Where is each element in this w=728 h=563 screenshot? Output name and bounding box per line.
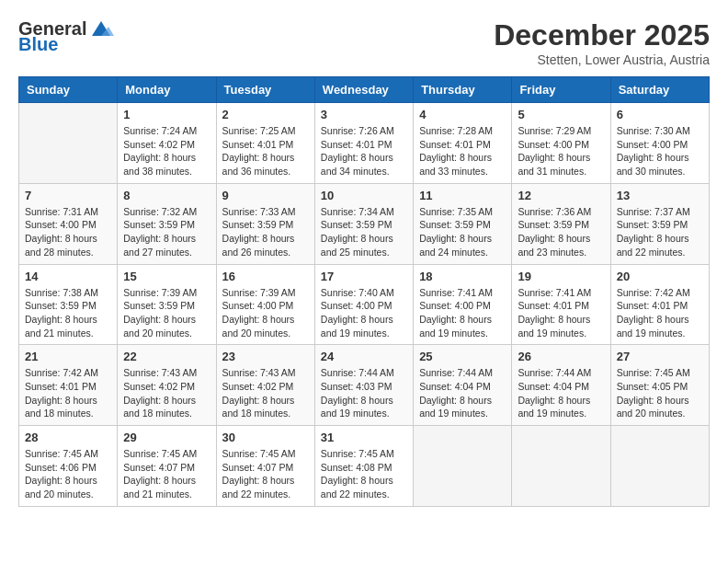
day-number: 18 (419, 270, 506, 283)
day-info: Sunrise: 7:42 AMSunset: 4:01 PMDaylight:… (617, 286, 703, 340)
day-info: Sunrise: 7:43 AMSunset: 4:02 PMDaylight:… (123, 366, 210, 420)
day-number: 28 (25, 431, 111, 444)
day-info: Sunrise: 7:24 AMSunset: 4:02 PMDaylight:… (123, 124, 210, 178)
day-number: 31 (321, 431, 407, 444)
logo-blue-text: Blue (18, 34, 58, 55)
day-info: Sunrise: 7:28 AMSunset: 4:01 PMDaylight:… (419, 124, 506, 178)
day-info: Sunrise: 7:37 AMSunset: 3:59 PMDaylight:… (617, 205, 703, 259)
calendar-cell: 5Sunrise: 7:29 AMSunset: 4:00 PMDaylight… (512, 103, 610, 184)
day-number: 3 (321, 108, 407, 121)
calendar-cell: 11Sunrise: 7:35 AMSunset: 3:59 PMDayligh… (414, 183, 512, 264)
location-title: Stetten, Lower Austria, Austria (494, 52, 710, 67)
calendar-day-header: Monday (118, 77, 216, 103)
calendar-week-row: 1Sunrise: 7:24 AMSunset: 4:02 PMDaylight… (19, 103, 710, 184)
day-info: Sunrise: 7:41 AMSunset: 4:00 PMDaylight:… (419, 286, 506, 340)
day-info: Sunrise: 7:45 AMSunset: 4:07 PMDaylight:… (123, 447, 210, 501)
day-number: 22 (123, 350, 210, 363)
calendar-header-row: SundayMondayTuesdayWednesdayThursdayFrid… (19, 77, 710, 103)
page-header: General Blue December 2025 Stetten, Lowe… (18, 18, 710, 67)
logo: General Blue (18, 18, 114, 55)
calendar-cell: 16Sunrise: 7:39 AMSunset: 4:00 PMDayligh… (216, 264, 314, 345)
calendar-cell (512, 426, 610, 507)
day-number: 12 (518, 189, 604, 202)
day-number: 8 (123, 189, 210, 202)
calendar-cell: 17Sunrise: 7:40 AMSunset: 4:00 PMDayligh… (314, 264, 413, 345)
day-number: 25 (419, 350, 506, 363)
day-info: Sunrise: 7:36 AMSunset: 3:59 PMDaylight:… (518, 205, 604, 259)
day-info: Sunrise: 7:33 AMSunset: 3:59 PMDaylight:… (222, 205, 309, 259)
day-number: 30 (222, 431, 309, 444)
day-info: Sunrise: 7:43 AMSunset: 4:02 PMDaylight:… (222, 366, 309, 420)
calendar-week-row: 28Sunrise: 7:45 AMSunset: 4:06 PMDayligh… (19, 426, 710, 507)
calendar-cell: 8Sunrise: 7:32 AMSunset: 3:59 PMDaylight… (118, 183, 216, 264)
calendar-cell: 14Sunrise: 7:38 AMSunset: 3:59 PMDayligh… (19, 264, 118, 345)
day-number: 15 (123, 270, 210, 283)
calendar-cell: 7Sunrise: 7:31 AMSunset: 4:00 PMDaylight… (19, 183, 118, 264)
day-info: Sunrise: 7:25 AMSunset: 4:01 PMDaylight:… (222, 124, 309, 178)
day-number: 11 (419, 189, 506, 202)
calendar-cell (414, 426, 512, 507)
day-info: Sunrise: 7:45 AMSunset: 4:06 PMDaylight:… (25, 447, 111, 501)
calendar-cell: 30Sunrise: 7:45 AMSunset: 4:07 PMDayligh… (216, 426, 314, 507)
calendar-week-row: 7Sunrise: 7:31 AMSunset: 4:00 PMDaylight… (19, 183, 710, 264)
day-info: Sunrise: 7:38 AMSunset: 3:59 PMDaylight:… (25, 286, 111, 340)
day-info: Sunrise: 7:44 AMSunset: 4:04 PMDaylight:… (419, 366, 506, 420)
day-number: 9 (222, 189, 309, 202)
day-number: 20 (617, 270, 703, 283)
day-number: 14 (25, 270, 111, 283)
calendar-cell: 24Sunrise: 7:44 AMSunset: 4:03 PMDayligh… (314, 345, 413, 426)
calendar-cell: 22Sunrise: 7:43 AMSunset: 4:02 PMDayligh… (118, 345, 216, 426)
title-section: December 2025 Stetten, Lower Austria, Au… (494, 18, 710, 67)
calendar-cell: 10Sunrise: 7:34 AMSunset: 3:59 PMDayligh… (314, 183, 413, 264)
calendar-cell: 27Sunrise: 7:45 AMSunset: 4:05 PMDayligh… (610, 345, 709, 426)
calendar-cell: 9Sunrise: 7:33 AMSunset: 3:59 PMDaylight… (216, 183, 314, 264)
day-number: 6 (617, 108, 703, 121)
calendar-cell: 13Sunrise: 7:37 AMSunset: 3:59 PMDayligh… (610, 183, 709, 264)
day-info: Sunrise: 7:32 AMSunset: 3:59 PMDaylight:… (123, 205, 210, 259)
calendar-table: SundayMondayTuesdayWednesdayThursdayFrid… (18, 76, 710, 507)
day-info: Sunrise: 7:30 AMSunset: 4:00 PMDaylight:… (617, 124, 703, 178)
day-number: 23 (222, 350, 309, 363)
day-info: Sunrise: 7:44 AMSunset: 4:03 PMDaylight:… (321, 366, 407, 420)
day-info: Sunrise: 7:45 AMSunset: 4:07 PMDaylight:… (222, 447, 309, 501)
calendar-cell: 1Sunrise: 7:24 AMSunset: 4:02 PMDaylight… (118, 103, 216, 184)
calendar-cell: 26Sunrise: 7:44 AMSunset: 4:04 PMDayligh… (512, 345, 610, 426)
day-info: Sunrise: 7:42 AMSunset: 4:01 PMDaylight:… (25, 366, 111, 420)
day-number: 2 (222, 108, 309, 121)
day-number: 4 (419, 108, 506, 121)
calendar-cell: 12Sunrise: 7:36 AMSunset: 3:59 PMDayligh… (512, 183, 610, 264)
day-number: 24 (321, 350, 407, 363)
calendar-day-header: Wednesday (314, 77, 413, 103)
calendar-cell: 2Sunrise: 7:25 AMSunset: 4:01 PMDaylight… (216, 103, 314, 184)
calendar-cell: 19Sunrise: 7:41 AMSunset: 4:01 PMDayligh… (512, 264, 610, 345)
calendar-day-header: Tuesday (216, 77, 314, 103)
logo-icon (88, 19, 114, 40)
calendar-day-header: Saturday (610, 77, 709, 103)
calendar-cell: 25Sunrise: 7:44 AMSunset: 4:04 PMDayligh… (414, 345, 512, 426)
day-info: Sunrise: 7:29 AMSunset: 4:00 PMDaylight:… (518, 124, 604, 178)
day-info: Sunrise: 7:31 AMSunset: 4:00 PMDaylight:… (25, 205, 111, 259)
day-number: 17 (321, 270, 407, 283)
calendar-day-header: Friday (512, 77, 610, 103)
day-info: Sunrise: 7:26 AMSunset: 4:01 PMDaylight:… (321, 124, 407, 178)
month-title: December 2025 (494, 18, 710, 52)
day-number: 5 (518, 108, 604, 121)
day-number: 27 (617, 350, 703, 363)
calendar-cell: 15Sunrise: 7:39 AMSunset: 3:59 PMDayligh… (118, 264, 216, 345)
day-info: Sunrise: 7:45 AMSunset: 4:08 PMDaylight:… (321, 447, 407, 501)
calendar-cell (610, 426, 709, 507)
day-info: Sunrise: 7:39 AMSunset: 4:00 PMDaylight:… (222, 286, 309, 340)
day-info: Sunrise: 7:41 AMSunset: 4:01 PMDaylight:… (518, 286, 604, 340)
day-info: Sunrise: 7:45 AMSunset: 4:05 PMDaylight:… (617, 366, 703, 420)
calendar-cell: 28Sunrise: 7:45 AMSunset: 4:06 PMDayligh… (19, 426, 118, 507)
calendar-cell: 18Sunrise: 7:41 AMSunset: 4:00 PMDayligh… (414, 264, 512, 345)
day-info: Sunrise: 7:35 AMSunset: 3:59 PMDaylight:… (419, 205, 506, 259)
calendar-cell: 6Sunrise: 7:30 AMSunset: 4:00 PMDaylight… (610, 103, 709, 184)
calendar-cell: 4Sunrise: 7:28 AMSunset: 4:01 PMDaylight… (414, 103, 512, 184)
day-info: Sunrise: 7:40 AMSunset: 4:00 PMDaylight:… (321, 286, 407, 340)
calendar-cell (19, 103, 118, 184)
day-number: 26 (518, 350, 604, 363)
day-number: 29 (123, 431, 210, 444)
calendar-body: 1Sunrise: 7:24 AMSunset: 4:02 PMDaylight… (19, 103, 710, 507)
day-number: 19 (518, 270, 604, 283)
